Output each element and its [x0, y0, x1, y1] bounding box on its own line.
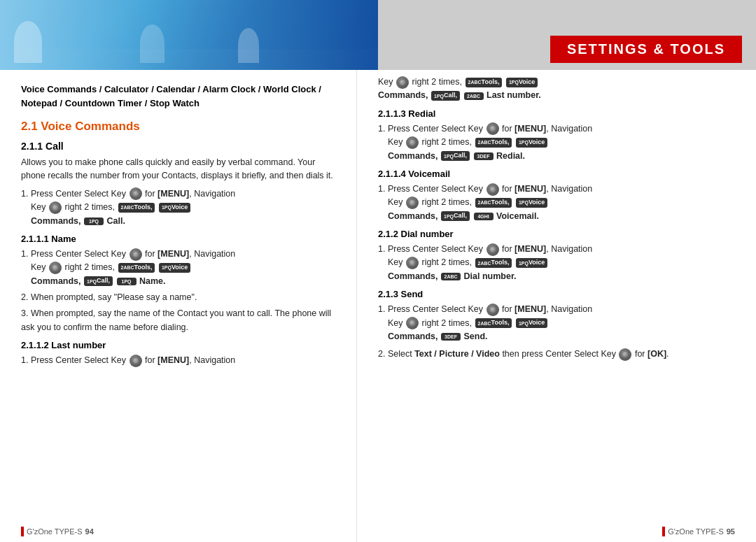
voicemail-badge: 4GHI — [474, 213, 493, 220]
tools-badge-6: 2ABC Tools, — [475, 318, 512, 328]
section-2-1-1-1-step1: 1. Press Center Select Key for [MENU], N… — [21, 248, 340, 288]
footer-brand-left: G'zOne TYPE-S — [27, 527, 83, 536]
tools-badge-2: 2ABC Tools, — [118, 263, 155, 273]
center-select-icon-3 — [130, 355, 142, 367]
footer-bar-right — [662, 527, 665, 536]
left-column: Voice Commands / Calculator / Calendar /… — [0, 70, 357, 542]
section-2-1-1-2-title: 2.1.1.2 Last number — [21, 340, 340, 350]
section-2-1-2-step1: 1. Press Center Select Key for [MENU], N… — [378, 243, 739, 283]
right-intro-step: Key right 2 times, 2ABC Tools, 1PQ Voice… — [378, 76, 739, 103]
settings-title: SETTINGS & TOOLS — [550, 36, 742, 63]
center-select-icon — [130, 187, 142, 200]
section-2-1-2-title: 2.1.2 Dial number — [378, 229, 739, 239]
footer-right: G'zOne TYPE-S 95 — [662, 527, 735, 536]
section-2-1-1-4-title: 2.1.1.4 Voicemail — [378, 169, 739, 179]
tools-badge-3: 2ABC Tools, — [475, 138, 512, 148]
last-badge-r: 2ABC — [464, 92, 484, 100]
voice-badge-3: 1PQ Voice — [516, 138, 547, 148]
call-badge-r: 1PQ Call, — [431, 91, 460, 101]
voice-badge-r: 1PQ Voice — [506, 78, 538, 87]
center-select-icon-8 — [619, 348, 631, 361]
section-2-1-1-step1: 1. Press Center Select Key for [MENU], N… — [21, 187, 340, 228]
nav-key-icon-2 — [49, 262, 62, 274]
call-badge-3: 1PQ Call, — [441, 151, 470, 161]
section-2-1-1-3-title: 2.1.1.3 Redial — [378, 108, 739, 119]
section-2-1-3-step1: 1. Press Center Select Key for [MENU], N… — [378, 303, 739, 343]
voice-badge: 1PQ Voice — [159, 203, 190, 213]
main-content: Voice Commands / Calculator / Calendar /… — [0, 70, 756, 542]
send-badge: 3DEF — [441, 333, 461, 341]
nav-key-icon-3 — [406, 136, 419, 149]
footer-bar-left — [21, 527, 24, 536]
voice-badge-5: 1PQ Voice — [516, 258, 547, 268]
section-2-1-title: 2.1 Voice Commands — [21, 120, 340, 134]
voice-badge-4: 1PQ Voice — [516, 198, 547, 208]
voice-badge-2: 1PQ Voice — [159, 263, 190, 273]
header-image-left — [0, 0, 378, 70]
center-select-icon-6 — [486, 243, 499, 256]
settings-header: SETTINGS & TOOLS — [378, 0, 756, 70]
tools-badge: 2ABC Tools, — [118, 203, 155, 213]
nav-key-icon — [49, 201, 62, 214]
nav-key-icon-4 — [406, 197, 419, 209]
intro-text: Voice Commands / Calculator / Calendar /… — [21, 83, 340, 110]
nav-key-icon-r — [396, 76, 409, 89]
tools-badge-4: 2ABC Tools, — [475, 198, 512, 208]
section-2-1-1-3-step1: 1. Press Center Select Key for [MENU], N… — [378, 122, 739, 163]
section-2-1-1-title: 2.1.1 Call — [21, 141, 340, 152]
section-2-1-1-2-step1: 1. Press Center Select Key for [MENU], N… — [21, 354, 340, 367]
center-select-icon-2 — [130, 248, 142, 261]
nav-key-icon-6 — [406, 317, 419, 329]
section-2-1-3-step2: 2. Select Text / Picture / Video then pr… — [378, 348, 739, 361]
section-2-1-1-1-step2: 2. When prompted, say "Please say a name… — [21, 291, 340, 304]
right-column: Key right 2 times, 2ABC Tools, 1PQ Voice… — [357, 70, 756, 542]
section-2-1-1-1-step3: 3. When prompted, say the name of the Co… — [21, 307, 340, 334]
name-badge: 1PQ — [117, 278, 136, 285]
footer-page-right: 95 — [727, 527, 735, 536]
footer-left: G'zOne TYPE-S 94 — [21, 527, 94, 536]
section-2-1-1-1-title: 2.1.1.1 Name — [21, 234, 340, 244]
section-2-1-1-desc: Allows you to make phone calls quickly a… — [21, 156, 340, 183]
section-2-1-1-4-step1: 1. Press Center Select Key for [MENU], N… — [378, 183, 739, 223]
center-select-icon-7 — [486, 304, 499, 316]
footer-brand-right: G'zOne TYPE-S — [668, 527, 724, 536]
footer-page-left: 94 — [85, 527, 94, 536]
redial-badge: 3DEF — [474, 152, 493, 160]
tools-badge-r: 2ABC Tools, — [465, 78, 503, 87]
dial-badge: 2ABC — [441, 273, 461, 280]
center-select-icon-4 — [486, 122, 499, 135]
call-badge-4: 1PQ Call, — [441, 211, 470, 221]
nav-key-icon-5 — [406, 257, 419, 269]
section-2-1-3-title: 2.1.3 Send — [378, 289, 739, 299]
call-badge: 1PQ — [84, 217, 104, 225]
call-badge-2: 1PQ Call, — [84, 276, 113, 286]
voice-badge-6: 1PQ Voice — [516, 318, 547, 328]
center-select-icon-5 — [486, 183, 499, 196]
tools-badge-5: 2ABC Tools, — [475, 258, 512, 268]
